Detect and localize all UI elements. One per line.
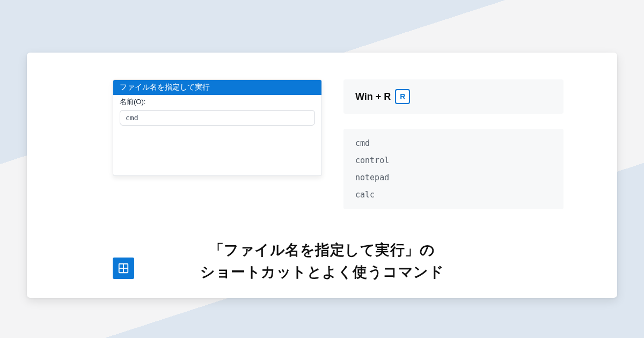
run-dialog-titlebar: ファイル名を指定して実行 — [113, 80, 321, 95]
run-dialog: ファイル名を指定して実行 名前(O): — [113, 79, 322, 176]
command-item: control — [355, 156, 552, 165]
run-dialog-input[interactable] — [120, 110, 315, 126]
columns: ファイル名を指定して実行 名前(O): Win + R R cmd contro… — [27, 53, 617, 230]
run-dialog-label: 名前(O): — [120, 97, 315, 107]
right-column: Win + R R cmd control notepad calc — [343, 79, 564, 230]
run-dialog-title: ファイル名を指定して実行 — [120, 83, 210, 91]
content-card: ファイル名を指定して実行 名前(O): Win + R R cmd contro… — [27, 53, 617, 298]
windows-icon — [113, 258, 134, 279]
run-dialog-body: 名前(O): — [113, 95, 321, 132]
shortcut-row: Win + R R — [355, 89, 552, 104]
shortcut-text: Win + R — [355, 91, 391, 102]
commands-panel: cmd control notepad calc — [343, 129, 564, 209]
shortcut-key-badge: R — [395, 89, 410, 104]
command-item: notepad — [355, 173, 552, 182]
command-item: cmd — [355, 138, 552, 148]
command-item: calc — [355, 190, 552, 200]
shortcut-panel: Win + R R — [343, 79, 564, 114]
